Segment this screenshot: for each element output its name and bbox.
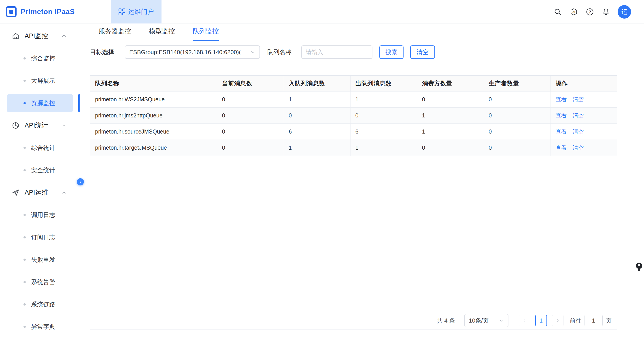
cell-enqueued: 6: [284, 124, 350, 140]
sidebar-item-system-links[interactable]: 系统链路: [0, 293, 80, 316]
chevron-left-icon: [78, 180, 82, 184]
table-row: primeton.hr.targetJMSQueue 0 1 1 0 0 查看清…: [90, 140, 618, 156]
help-icon[interactable]: ?: [586, 8, 594, 16]
total-count: 共 4 条: [437, 317, 455, 324]
sidebar-item-system-alerts[interactable]: 系统告警: [0, 271, 80, 293]
page-size-select[interactable]: 10条/页: [464, 314, 508, 327]
page-number-button[interactable]: 1: [535, 315, 547, 326]
sidebar-item-exception-dictionary[interactable]: 异常字典: [0, 316, 80, 338]
clear-link[interactable]: 清空: [573, 112, 584, 118]
brand-logo-icon: [6, 6, 16, 17]
ai-icon-label: AI: [572, 10, 575, 14]
header-actions: AI ? 运: [553, 0, 631, 24]
sidebar-item-comprehensive-statistics[interactable]: 综合统计: [0, 137, 80, 159]
monitor-tabs: 服务器监控 模型监控 队列监控: [90, 24, 617, 42]
bullet-icon: [24, 258, 26, 261]
filter-row: 目标选择 ESBGroup:ESB140(192.168.16.140:6200…: [90, 46, 617, 59]
bullet-icon: [24, 147, 26, 149]
sidebar-collapse-button[interactable]: [77, 178, 84, 186]
target-select-value: ESBGroup:ESB140(192.168.16.140:6200)(: [129, 49, 241, 56]
tab-server-monitor[interactable]: 服务器监控: [99, 27, 131, 41]
cell-producers: 0: [484, 107, 550, 124]
sidebar-section-api-statistics[interactable]: API统计: [0, 114, 80, 137]
cell-current: 0: [217, 107, 284, 124]
cell-current: 0: [217, 140, 284, 156]
table-row: primeton.hr.WS2JMSQueue 0 1 1 0 0 查看清空: [90, 91, 618, 107]
cell-enqueued: 0: [284, 107, 350, 124]
chevron-up-icon: [61, 33, 67, 39]
sidebar-item-label: 系统链路: [31, 300, 55, 308]
bullet-icon: [24, 169, 26, 171]
sidebar-item-security-statistics[interactable]: 安全统计: [0, 159, 80, 182]
search-button[interactable]: 搜索: [380, 46, 404, 59]
tab-model-monitor[interactable]: 模型监控: [149, 27, 175, 41]
search-icon[interactable]: [553, 8, 562, 16]
notification-bell-icon[interactable]: [602, 8, 610, 16]
view-link[interactable]: 查看: [556, 112, 567, 118]
page-suffix-label: 页: [606, 317, 612, 324]
chevron-up-icon: [61, 122, 67, 128]
send-icon: [12, 188, 20, 196]
avatar[interactable]: 运: [618, 5, 631, 18]
sidebar-section-api-monitor[interactable]: API监控: [0, 25, 80, 47]
sidebar-item-failure-resend[interactable]: 失败重发: [0, 248, 80, 271]
clear-button[interactable]: 清空: [410, 46, 435, 59]
bullet-icon: [24, 281, 26, 283]
column-header-enqueued-messages: 入队列消息数: [284, 76, 350, 91]
sidebar-section-label: API运维: [24, 188, 48, 197]
prev-page-button[interactable]: [519, 315, 530, 326]
column-header-consumer-count: 消费方数量: [417, 76, 484, 91]
clear-link[interactable]: 清空: [573, 144, 584, 151]
sidebar-item-subscription-logs[interactable]: 订阅日志: [0, 226, 80, 248]
table-row: primeton.hr.jms2httpQueue 0 0 0 1 0 查看清空: [90, 107, 618, 124]
view-link[interactable]: 查看: [556, 144, 567, 151]
cell-dequeued: 0: [350, 107, 417, 124]
sidebar-item-label: 安全统计: [31, 166, 55, 174]
tab-queue-monitor[interactable]: 队列监控: [193, 27, 219, 41]
page-size-value: 10条/页: [469, 317, 488, 324]
cell-dequeued: 1: [350, 91, 417, 107]
sidebar-item-call-logs[interactable]: 调用日志: [0, 204, 80, 226]
table-row: primeton.hr.sourceJMSQueue 0 6 6 1 0 查看清…: [90, 124, 618, 140]
pagination: 共 4 条 10条/页 1 前往 页: [437, 314, 612, 327]
ai-icon[interactable]: AI: [569, 8, 578, 16]
active-item-indicator: [78, 94, 80, 112]
view-link[interactable]: 查看: [556, 96, 567, 102]
sidebar-section-label: API统计: [24, 121, 48, 130]
chevron-down-icon: [498, 318, 504, 323]
target-select[interactable]: ESBGroup:ESB140(192.168.16.140:6200)(: [125, 46, 260, 59]
queue-name-input[interactable]: [301, 46, 372, 59]
sidebar-item-label: 订阅日志: [31, 233, 55, 241]
sidebar-section-api-operations[interactable]: API运维: [0, 182, 80, 204]
column-header-dequeued-messages: 出队列消息数: [350, 76, 417, 91]
cell-current: 0: [217, 91, 284, 107]
sidebar-item-resource-monitor[interactable]: 资源监控: [0, 92, 80, 114]
target-select-label: 目标选择: [90, 48, 114, 56]
portal-tab[interactable]: 运维门户: [111, 0, 162, 24]
cell-producers: 0: [484, 91, 550, 107]
sidebar-item-label: 综合监控: [31, 54, 55, 62]
next-page-button[interactable]: [552, 315, 564, 326]
sidebar-item-comprehensive-monitor[interactable]: 综合监控: [0, 47, 80, 70]
cell-consumers: 0: [417, 91, 484, 107]
cell-consumers: 1: [417, 124, 484, 140]
goto-label: 前往: [570, 317, 581, 324]
sidebar-item-big-screen[interactable]: 大屏展示: [0, 70, 80, 92]
cell-actions: 查看清空: [550, 107, 618, 124]
goto-page-input[interactable]: [584, 315, 602, 326]
clear-link[interactable]: 清空: [573, 128, 584, 135]
sidebar-item-label: 系统告警: [31, 278, 55, 286]
cell-producers: 0: [484, 124, 550, 140]
cell-dequeued: 1: [350, 140, 417, 156]
help-icon-glyph: ?: [589, 10, 591, 14]
sidebar-item-label: 大屏展示: [31, 77, 55, 85]
view-link[interactable]: 查看: [556, 128, 567, 135]
cell-enqueued: 1: [284, 91, 350, 107]
sidebar-item-label: 资源监控: [31, 99, 55, 107]
cell-actions: 查看清空: [550, 124, 618, 140]
assistant-widget-icon[interactable]: [634, 261, 643, 273]
grid-icon: [118, 8, 125, 15]
sidebar-item-label: 综合统计: [31, 144, 55, 152]
bullet-icon: [24, 326, 26, 328]
clear-link[interactable]: 清空: [573, 96, 584, 102]
